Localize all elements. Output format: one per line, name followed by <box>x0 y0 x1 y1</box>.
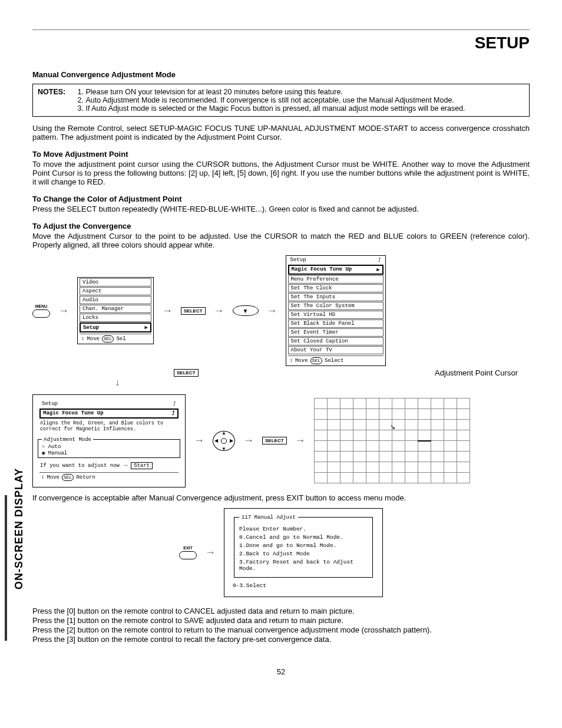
menu-footer: ↕ Move SEL Sel <box>80 334 151 344</box>
submenu-arrow-icon: ▶ <box>145 324 148 331</box>
oval-button-icon <box>179 551 197 559</box>
arrow-right-icon: → <box>243 434 254 447</box>
footer-move: Move <box>295 358 308 364</box>
sel-pill-icon: SEL <box>102 335 114 342</box>
sel-pill-icon: SEL <box>310 357 322 364</box>
return-arrow-icon: ⤴ <box>173 401 176 407</box>
menu-item[interactable]: Set Black Side Panel <box>288 319 384 328</box>
chevron-left-icon: ◀ <box>214 438 218 443</box>
panel-description: Aligns the Red, Green, and Blue colors t… <box>38 419 180 434</box>
start-row: If you want to adjust now → Start <box>38 460 180 471</box>
radio-manual[interactable]: ◉ Manual <box>42 450 176 456</box>
arrow-right-icon: → <box>58 305 69 317</box>
arrow-right-icon: → <box>205 546 216 559</box>
side-band: ON-SCREEN DISPLAY <box>5 495 21 641</box>
note-item: Please turn ON your television for at le… <box>85 88 520 96</box>
menu-item[interactable]: Set Virtual HD <box>288 311 384 319</box>
adjustment-cursor-label: Adjustment Point Cursor <box>435 368 518 377</box>
fieldset-legend: Adjustment Mode <box>42 437 93 443</box>
radio-label: Auto <box>48 444 61 450</box>
exit-diagram-row: EXIT → 117 Manual Adjust Please Enter Nu… <box>32 508 530 597</box>
updown-icon: ↕ <box>81 336 84 342</box>
menu-item[interactable]: Set Closed Caption <box>288 337 384 345</box>
chevron-down-icon: ▼ <box>222 446 226 452</box>
exit-line: 2.Back to Adjust Mode <box>239 551 368 557</box>
diagram-row-2: Setup ⤴ Magic Focus Tune Up ⤴ Aligns the… <box>32 394 530 487</box>
menu-item-label: Setup <box>83 325 99 331</box>
menu-item[interactable]: About Your TV <box>288 346 384 354</box>
menu-item[interactable]: Menu Preference <box>288 275 384 284</box>
osd-setup-menu: Setup ⤴ Magic Focus Tune Up ▶ Menu Prefe… <box>286 255 386 366</box>
updown-icon: ↕ <box>41 475 44 480</box>
sel-pill-icon: SEL <box>62 474 74 481</box>
menu-item[interactable]: Set The Color System <box>288 302 384 310</box>
arrow-down-icon: ↓ <box>115 376 120 388</box>
start-button[interactable]: Start <box>131 462 153 469</box>
crosshatch-grid-wrap: ↘ <box>314 398 470 483</box>
press-line: Press the [1] button on the remote contr… <box>32 616 530 625</box>
menu-item[interactable]: Video <box>80 278 151 286</box>
subheading-adjust: To Adjust the Convergence <box>32 222 530 230</box>
menu-item-selected[interactable]: Magic Focus Tune Up ⤴ <box>39 409 178 419</box>
menu-item[interactable]: Locks <box>80 314 151 322</box>
submenu-arrow-icon: ▶ <box>376 266 379 273</box>
menu-item-selected[interactable]: Magic Focus Tune Up ▶ <box>288 265 384 275</box>
select-button-label[interactable]: SELECT <box>181 307 206 315</box>
press-line: Press the [3] button on the remote contr… <box>32 635 530 644</box>
footer-move: Move <box>87 336 100 342</box>
menu-title-label: Setup <box>42 401 58 407</box>
press-line: Press the [2] button on the remote contr… <box>32 625 530 634</box>
arrow-right-icon: → <box>123 462 127 470</box>
footer-move: Move <box>47 475 59 480</box>
exit-line: 3.Factory Reset and back to Adjust Mode. <box>239 559 368 572</box>
cursor-pad-button[interactable]: ▲ ◀ ▶ ▼ <box>213 431 235 451</box>
menu-item[interactable]: Set The Clock <box>288 284 384 292</box>
exit-line: Please Enter Number. <box>239 526 368 532</box>
remote-button-label: MENU <box>35 304 48 308</box>
osd-main-menu: Video Aspect Audio Chan. Manager Locks S… <box>77 277 154 344</box>
section-heading: Manual Convergence Adjustment Mode <box>32 70 530 79</box>
menu-remote-button[interactable]: MENU <box>32 304 50 318</box>
return-arrow-icon: ⤴ <box>172 410 175 417</box>
oval-button-icon <box>32 309 50 318</box>
menu-item[interactable]: Aspect <box>80 287 151 295</box>
menu-item[interactable]: Set The Inputs <box>288 293 384 301</box>
subheading-color: To Change the Color of Adjustment Point <box>32 195 530 203</box>
exit-fieldset-legend: 117 Manual Adjust <box>239 515 298 521</box>
menu-item[interactable]: Audio <box>80 296 151 304</box>
diagram-row-1: MENU → Video Aspect Audio Chan. Manager … <box>32 255 530 366</box>
menu-item[interactable]: Set Event Timer <box>288 328 384 337</box>
notes-list: Please turn ON your television for at le… <box>75 88 520 113</box>
arrow-right-icon: → <box>162 305 173 317</box>
adjustment-cursor-text: Adjustment Point Cursor <box>435 368 518 377</box>
menu-item-label: Magic Focus Tune Up <box>43 410 104 417</box>
exit-line: 1.Done and go to Normal Mode. <box>239 542 368 549</box>
menu-title: Setup ⤴ <box>39 400 178 408</box>
arrow-right-icon: → <box>194 434 204 447</box>
cursor-marker-icon: ↘ <box>390 423 395 431</box>
note-item: If Auto Adjust mode is selected or the M… <box>85 104 520 113</box>
cursor-center-icon <box>221 438 227 444</box>
note-item: Auto Adjustment Mode is recommended. If … <box>85 96 520 104</box>
arrow-right-icon: → <box>295 434 306 447</box>
updown-icon: ↕ <box>290 358 293 364</box>
exit-footer: 0-3.Select <box>233 582 374 589</box>
exit-remote-button[interactable]: EXIT <box>179 546 197 559</box>
down-oval-button[interactable]: ▼ <box>233 305 259 316</box>
radio-auto[interactable]: ○ Auto <box>42 444 176 450</box>
select-button-label[interactable]: SELECT <box>262 437 287 444</box>
radio-label: Manual <box>48 450 67 456</box>
page-title: SETUP <box>32 34 530 52</box>
chevron-up-icon: ▲ <box>222 430 226 436</box>
select-button-label[interactable]: SELECT <box>174 369 199 377</box>
exit-fieldset: 117 Manual Adjust Please Enter Number. 0… <box>234 515 373 578</box>
body-adjust: Move the Adjustment Cursor to the point … <box>32 232 530 249</box>
menu-item[interactable]: Chan. Manager <box>80 305 151 313</box>
menu-footer: ↕ Move SEL Return <box>39 472 178 482</box>
body-move: To move the adjustment point cursor usin… <box>32 160 530 186</box>
page-number: 52 <box>32 667 530 676</box>
osd-magic-focus-panel: Setup ⤴ Magic Focus Tune Up ⤴ Aligns the… <box>32 394 186 487</box>
menu-title-label: Setup <box>290 257 306 263</box>
menu-item-selected[interactable]: Setup ▶ <box>80 322 151 332</box>
menu-footer: ↕ Move SEL Select <box>288 355 384 365</box>
